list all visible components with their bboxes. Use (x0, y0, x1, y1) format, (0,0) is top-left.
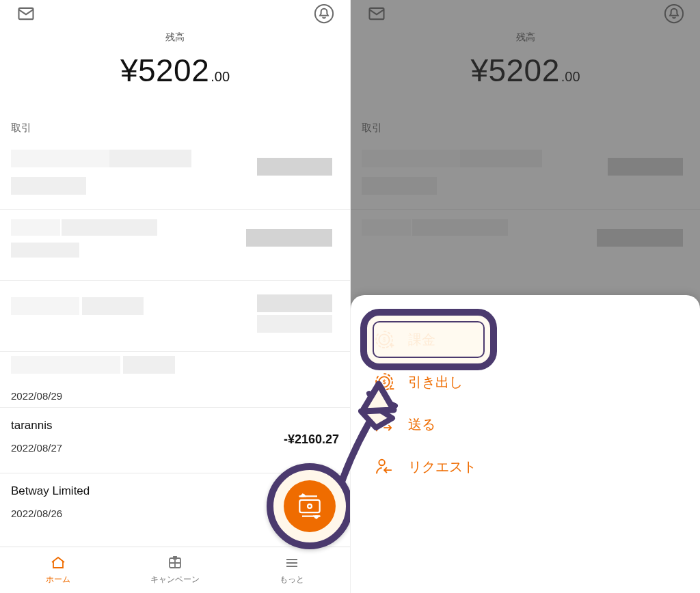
svg-text:$: $ (382, 336, 386, 343)
bell-icon[interactable] (312, 1, 336, 26)
tx-name: tarannis (11, 419, 339, 432)
sheet-deposit-label: 課金 (408, 331, 435, 349)
tx-date-masked: 2022/08/29 (11, 390, 62, 402)
balance-label: 残高 (0, 31, 350, 44)
svg-point-11 (379, 417, 385, 424)
nav-campaign-label: キャンペーン (150, 574, 200, 585)
svg-point-3 (308, 504, 312, 508)
nav-campaign[interactable]: キャンペーン (117, 547, 234, 593)
balance-cents: .00 (211, 69, 230, 85)
withdraw-icon: $ (373, 370, 396, 394)
nav-more[interactable]: もっと (233, 547, 350, 593)
right-pane: 残高 ¥5202 .00 取引 $ 課金 (350, 0, 700, 593)
tx-row-masked: 2022/08/29 (0, 352, 350, 408)
tx-row-masked (0, 210, 350, 281)
svg-point-12 (379, 460, 385, 466)
transfer-fab[interactable] (284, 480, 336, 532)
nav-more-label: もっと (280, 574, 304, 585)
sheet-request-label: リクエスト (408, 458, 476, 476)
sheet-withdraw-label: 引き出し (408, 373, 463, 391)
tx-row-masked (0, 137, 350, 210)
sheet-deposit[interactable]: $ 課金 (367, 318, 684, 361)
nav-home[interactable]: ホーム (0, 547, 117, 593)
svg-point-1 (315, 5, 333, 23)
balance-section: 残高 ¥5202 .00 (0, 27, 350, 109)
nav-home-label: ホーム (46, 574, 70, 585)
fab-annotation-ring (267, 463, 350, 549)
tx-row[interactable]: tarannis 2022/08/27 -¥2160.27 (0, 408, 350, 473)
deposit-icon: $ (373, 328, 396, 351)
bottom-nav: ホーム キャンペーン もっと (0, 547, 350, 593)
sheet-send[interactable]: 送る (367, 403, 684, 445)
left-pane: 残高 ¥5202 .00 取引 2022/08/29 tarannis 2022… (0, 0, 350, 593)
request-icon (373, 455, 396, 478)
balance-main: ¥5202 (120, 52, 209, 89)
tx-row-masked (0, 281, 350, 352)
mail-icon[interactable] (14, 1, 38, 26)
tx-amount: -¥2160.27 (284, 432, 339, 447)
action-sheet: $ 課金 $ 引き出し 送る (351, 295, 700, 593)
svg-rect-2 (299, 500, 319, 512)
balance-amount: ¥5202 .00 (120, 52, 230, 89)
tx-header: 取引 (0, 122, 350, 135)
sheet-send-label: 送る (408, 415, 435, 434)
sheet-request[interactable]: リクエスト (367, 445, 684, 488)
sheet-withdraw[interactable]: $ 引き出し (367, 361, 684, 403)
svg-text:$: $ (382, 378, 386, 385)
send-icon (373, 413, 396, 436)
topbar-left (0, 0, 350, 27)
